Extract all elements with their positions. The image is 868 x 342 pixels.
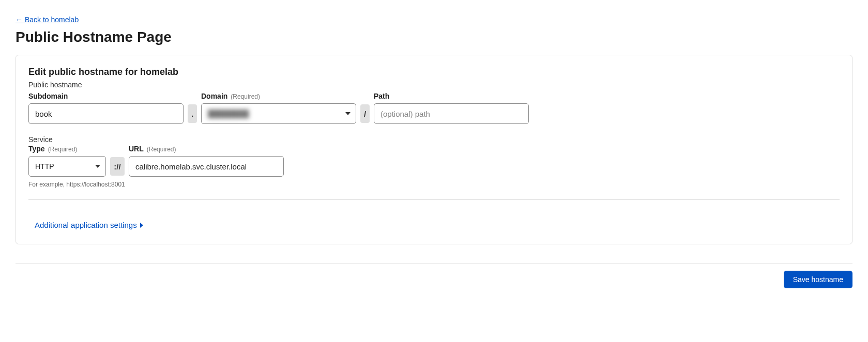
caret-right-icon (140, 223, 143, 228)
path-input[interactable] (374, 103, 529, 124)
service-label: Service (28, 135, 840, 144)
card-subtitle: Public hostname (28, 81, 840, 89)
path-label-text: Path (374, 92, 389, 100)
slash-separator: / (360, 104, 370, 123)
url-label: URL (Required) (129, 145, 284, 153)
subdomain-label: Subdomain (28, 92, 184, 100)
chevron-down-icon (95, 165, 100, 168)
url-input[interactable] (129, 156, 284, 177)
url-required: (Required) (147, 146, 176, 153)
hostname-card: Edit public hostname for homelab Public … (16, 55, 852, 244)
save-button[interactable]: Save hostname (784, 271, 852, 288)
footer-divider (16, 263, 852, 263)
path-label: Path (374, 92, 529, 100)
additional-settings-label: Additional application settings (35, 221, 137, 229)
service-hint: For example, https://localhost:8001 (28, 181, 840, 188)
type-label: Type (Required) (28, 145, 106, 153)
dot-separator: . (188, 104, 197, 123)
back-link[interactable]: ← Back to homelab (16, 15, 79, 24)
domain-label: Domain (Required) (201, 92, 356, 100)
divider (28, 199, 840, 200)
service-row: Type (Required) HTTP :// URL (Required) (28, 145, 840, 177)
domain-label-text: Domain (201, 92, 227, 100)
domain-value: ████████ (208, 110, 249, 118)
chevron-down-icon (345, 112, 351, 115)
subdomain-label-text: Subdomain (28, 92, 68, 100)
domain-required: (Required) (231, 93, 260, 100)
type-label-text: Type (28, 145, 45, 153)
subdomain-input[interactable] (28, 103, 184, 124)
page-title: Public Hostname Page (16, 29, 852, 45)
type-value: HTTP (35, 162, 54, 170)
url-label-text: URL (129, 145, 144, 153)
scheme-separator: :// (110, 157, 125, 176)
footer-actions: Save hostname (16, 271, 852, 288)
domain-select[interactable]: ████████ (201, 103, 356, 124)
additional-settings-toggle[interactable]: Additional application settings (35, 221, 143, 229)
hostname-row: Subdomain . Domain (Required) ████████ /… (28, 92, 840, 124)
type-required: (Required) (48, 146, 78, 153)
type-select[interactable]: HTTP (28, 156, 106, 177)
card-heading: Edit public hostname for homelab (28, 67, 840, 77)
